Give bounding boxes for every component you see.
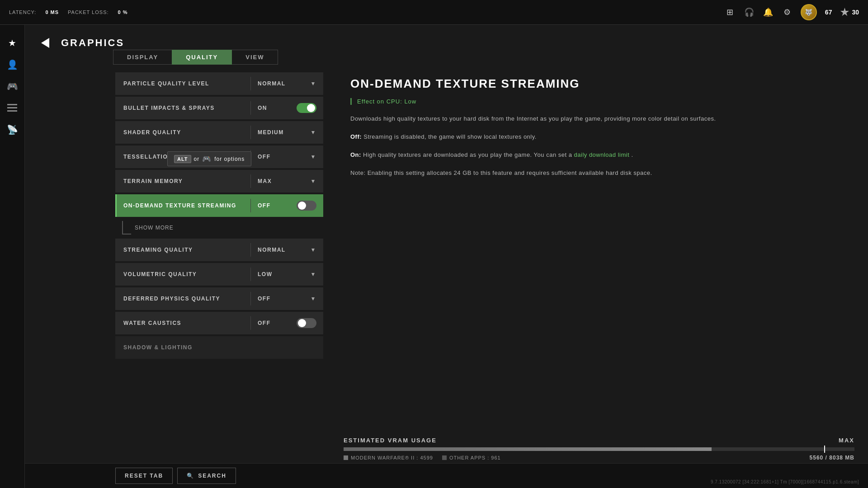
svg-rect-1 (7, 107, 17, 108)
on-text: High quality textures are downloaded as … (363, 151, 574, 158)
tooltip-or: or (194, 156, 200, 162)
setting-terrain-memory[interactable]: TERRAIN MEMORY MAX ▼ (115, 170, 323, 192)
latency-label: LATENCY: (9, 9, 36, 15)
tooltip-suffix: for options (214, 156, 245, 162)
token-value: 30 (852, 9, 859, 16)
setting-streaming-quality[interactable]: STREAMING QUALITY NORMAL ▼ (115, 239, 323, 261)
sidebar-item-menu[interactable] (3, 99, 21, 117)
headset-icon[interactable]: 🎧 (744, 7, 755, 18)
tab-quality[interactable]: QUALITY (172, 50, 232, 65)
vram-header: ESTIMATED VRAM USAGE MAX (344, 437, 854, 444)
setting-deferred-physics[interactable]: DEFERRED PHYSICS QUALITY OFF ▼ (115, 287, 323, 310)
info-description4: Note: Enabling this setting allocates 24… (350, 168, 850, 178)
notifications-icon[interactable]: 🔔 (763, 7, 774, 18)
packet-loss-value: 0 % (118, 9, 128, 15)
on-label: On: (350, 151, 361, 158)
top-bar-right: ⊞ 🎧 🔔 ⚙ 🐺 67 30 (725, 4, 859, 20)
terrain-memory-value: MAX ▼ (251, 178, 323, 184)
svg-rect-0 (7, 104, 17, 105)
deferred-physics-label: DEFERRED PHYSICS QUALITY (117, 296, 250, 302)
water-caustics-toggle[interactable] (297, 318, 316, 328)
vram-title: ESTIMATED VRAM USAGE (344, 437, 437, 444)
reset-tab-button[interactable]: RESET TAB (115, 468, 173, 484)
vram-bar-marker (824, 446, 825, 453)
setting-shader-quality[interactable]: SHADER QUALITY MEDIUM ▼ (115, 121, 323, 144)
on-demand-streaming-toggle[interactable] (297, 201, 316, 211)
off-label: Off: (350, 133, 362, 140)
tessellation-value: OFF ▼ (251, 154, 323, 160)
latency-value: 0 MS (45, 9, 59, 15)
setting-particle-quality[interactable]: PARTICLE QUALITY LEVEL NORMAL ▼ (115, 72, 323, 95)
show-more-row[interactable]: SHOW MORE (115, 219, 323, 237)
chevron-down-icon: ▼ (311, 296, 316, 302)
setting-bullet-impacts[interactable]: BULLET IMPACTS & SPRAYS ON (115, 97, 323, 119)
info-title: ON-DEMAND TEXTURE STREAMING (350, 77, 850, 91)
sidebar-item-profile[interactable]: 👤 (3, 56, 21, 74)
bullet-impacts-toggle[interactable] (297, 103, 316, 113)
bullet-impacts-value: ON (251, 103, 323, 113)
top-bar: LATENCY: 0 MS PACKET LOSS: 0 % ⊞ 🎧 🔔 ⚙ 🐺… (0, 0, 868, 25)
particle-quality-label: PARTICLE QUALITY LEVEL (117, 80, 250, 87)
setting-water-caustics[interactable]: WATER CAUSTICS OFF (115, 312, 323, 334)
streaming-quality-label: STREAMING QUALITY (117, 247, 250, 253)
tooltip-kbd-alt: ALT (174, 155, 191, 163)
vram-usage: 5560 / 8038 MB (810, 455, 854, 461)
on-suffix: . (631, 151, 633, 158)
back-button[interactable] (38, 36, 52, 50)
vram-bar-fill (344, 447, 712, 451)
setting-shadow-lighting[interactable]: SHADOW & LIGHTING (115, 336, 323, 359)
off-text: Streaming is disabled, the game will sho… (363, 133, 537, 140)
chevron-down-icon: ▼ (311, 80, 316, 87)
particle-quality-value: NORMAL ▼ (251, 80, 323, 87)
show-more-indent (122, 221, 131, 235)
vram-legend: MODERN WARFARE® II : 4599 OTHER APPS : 9… (344, 455, 854, 461)
vram-section: ESTIMATED VRAM USAGE MAX MODERN WARFARE®… (344, 437, 854, 461)
page-title: GRAPHICS (61, 37, 124, 49)
vram-bar (344, 447, 854, 451)
token-icon (840, 8, 849, 17)
settings-icon[interactable]: ⚙ (782, 7, 793, 18)
chevron-down-icon: ▼ (311, 178, 316, 184)
deferred-physics-value: OFF ▼ (251, 296, 323, 302)
on-demand-streaming-value: OFF (251, 201, 323, 211)
terrain-memory-label: TERRAIN MEMORY (117, 178, 250, 184)
info-effect: Effect on CPU: Low (350, 98, 850, 105)
version-info: 9.7.13200072 [34:222:1681+1] Tm [7000][1… (711, 479, 859, 484)
svg-rect-2 (7, 110, 17, 112)
tab-view[interactable]: VIEW (232, 50, 278, 65)
info-description1: Downloads high quality textures to your … (350, 114, 850, 124)
download-limit-link[interactable]: daily download limit (574, 151, 630, 158)
info-panel: ON-DEMAND TEXTURE STREAMING Effect on CP… (332, 68, 868, 488)
shadow-lighting-label: SHADOW & LIGHTING (117, 344, 323, 351)
show-more-label: SHOW MORE (135, 225, 174, 231)
user-avatar[interactable]: 🐺 (801, 4, 817, 20)
chevron-down-icon: ▼ (311, 247, 316, 253)
sidebar-item-favorites[interactable]: ★ (3, 34, 21, 52)
effect-label: Effect on CPU: (357, 98, 402, 105)
vram-game-item: MODERN WARFARE® II : 4599 (344, 455, 433, 460)
controller-icon: 🎮 (202, 155, 212, 163)
left-sidebar: ★ 👤 🎮 📡 (0, 25, 25, 488)
chevron-down-icon: ▼ (311, 154, 316, 160)
sidebar-item-gamepad[interactable]: 🎮 (3, 77, 21, 95)
streaming-quality-value: NORMAL ▼ (251, 247, 323, 253)
top-bar-left: LATENCY: 0 MS PACKET LOSS: 0 % (9, 9, 128, 15)
search-button[interactable]: 🔍 SEARCH (177, 468, 236, 484)
setting-on-demand-streaming[interactable]: ON-DEMAND TEXTURE STREAMING OFF (115, 194, 323, 217)
tab-display[interactable]: DISPLAY (113, 50, 172, 65)
sidebar-item-network[interactable]: 📡 (3, 121, 21, 139)
water-caustics-label: WATER CAUSTICS (117, 320, 250, 326)
info-description3: On: High quality textures are downloaded… (350, 150, 850, 160)
vram-max: MAX (839, 437, 854, 444)
shader-quality-label: SHADER QUALITY (117, 129, 250, 136)
setting-volumetric-quality[interactable]: VOLUMETRIC QUALITY LOW ▼ (115, 263, 323, 286)
vram-game-dot (344, 455, 348, 460)
water-caustics-value: OFF (251, 318, 323, 328)
grid-icon[interactable]: ⊞ (725, 7, 736, 18)
shader-quality-value: MEDIUM ▼ (251, 129, 323, 136)
svg-marker-3 (41, 38, 49, 48)
chevron-down-icon: ▼ (311, 271, 316, 277)
info-description2: Off: Streaming is disabled, the game wil… (350, 132, 850, 142)
bullet-impacts-label: BULLET IMPACTS & SPRAYS (117, 105, 250, 111)
search-icon: 🔍 (187, 473, 194, 479)
